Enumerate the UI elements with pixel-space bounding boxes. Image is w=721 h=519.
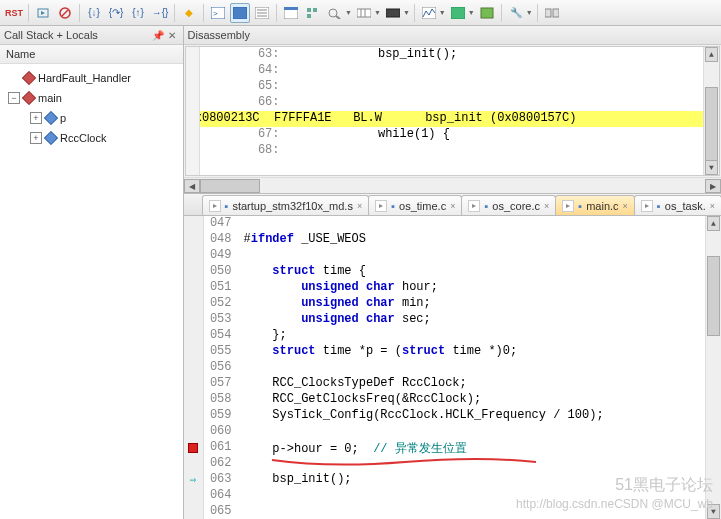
command-window-button[interactable]: >: [208, 3, 228, 23]
scroll-thumb[interactable]: [707, 256, 720, 336]
trace-window-button[interactable]: [448, 3, 468, 23]
dropdown-icon[interactable]: ▼: [403, 9, 410, 16]
code-line[interactable]: 057 RCC_ClocksTypeDef RccClock;: [184, 376, 721, 392]
memory-window-button[interactable]: [354, 3, 374, 23]
scroll-thumb[interactable]: [200, 179, 260, 193]
tab-close-icon[interactable]: ×: [357, 201, 362, 211]
editor-tab[interactable]: ▸▪startup_stm32f10x_md.s×: [202, 195, 370, 215]
tab-label: main.c: [586, 200, 618, 212]
code-line[interactable]: 056: [184, 360, 721, 376]
show-next-button[interactable]: ◆: [179, 3, 199, 23]
code-editor[interactable]: 047048#ifndef _USE_WEOS049050 struct tim…: [184, 216, 721, 519]
tab-toggle-icon[interactable]: ▸: [562, 200, 574, 212]
editor-tab[interactable]: ▸▪os_core.c×: [461, 195, 556, 215]
horizontal-scrollbar[interactable]: ◀ ▶: [184, 177, 721, 193]
code-line[interactable]: 053 unsigned char sec;: [184, 312, 721, 328]
system-viewer-button[interactable]: [477, 3, 497, 23]
code-line[interactable]: 059 SysTick_Config(RccClock.HCLK_Frequen…: [184, 408, 721, 424]
scroll-up-icon[interactable]: ▲: [707, 216, 720, 231]
step-out-button[interactable]: {↑}: [128, 3, 148, 23]
tree-node-hardfault[interactable]: HardFault_Handler: [2, 68, 181, 88]
collapse-icon[interactable]: −: [8, 92, 20, 104]
separator: [501, 4, 502, 22]
tree-node-main[interactable]: − main: [2, 88, 181, 108]
tab-toggle-icon[interactable]: ▸: [468, 200, 480, 212]
run-to-cursor-button[interactable]: →{}: [150, 3, 170, 23]
debug-views-button[interactable]: [542, 3, 562, 23]
tab-toggle-icon[interactable]: ▸: [209, 200, 221, 212]
watch-window-button[interactable]: [325, 3, 345, 23]
symbols-window-button[interactable]: [252, 3, 272, 23]
disasm-line[interactable]: 64:: [186, 63, 719, 79]
expand-icon[interactable]: +: [30, 112, 42, 124]
code-line[interactable]: 049: [184, 248, 721, 264]
code-line[interactable]: 064: [184, 488, 721, 504]
registers-window-button[interactable]: [281, 3, 301, 23]
column-header[interactable]: Name: [0, 45, 183, 64]
code-line[interactable]: 065: [184, 504, 721, 519]
stop-button[interactable]: [55, 3, 75, 23]
step-in-button[interactable]: {↓}: [84, 3, 104, 23]
tab-close-icon[interactable]: ×: [623, 201, 628, 211]
tree-node-p[interactable]: + p: [2, 108, 181, 128]
tab-close-icon[interactable]: ×: [544, 201, 549, 211]
separator: [79, 4, 80, 22]
pin-icon[interactable]: 📌: [151, 28, 165, 42]
run-button[interactable]: [33, 3, 53, 23]
analysis-window-button[interactable]: [419, 3, 439, 23]
editor-tab[interactable]: ▸▪os_task.×: [634, 195, 721, 215]
code-line[interactable]: 060: [184, 424, 721, 440]
tab-toggle-icon[interactable]: ▸: [641, 200, 653, 212]
code-line[interactable]: 061 p->hour = 0; // 异常发生位置: [184, 440, 721, 456]
scroll-right-icon[interactable]: ▶: [705, 179, 721, 193]
dropdown-icon[interactable]: ▼: [439, 9, 446, 16]
scroll-left-icon[interactable]: ◀: [184, 179, 200, 193]
code-line[interactable]: 050 struct time {: [184, 264, 721, 280]
disasm-line[interactable]: 63: bsp_init();: [186, 47, 719, 63]
disasm-line[interactable]: 68:: [186, 143, 719, 159]
scroll-down-icon[interactable]: ▼: [705, 160, 718, 175]
dropdown-icon[interactable]: ▼: [374, 9, 381, 16]
code-line[interactable]: 048#ifndef _USE_WEOS: [184, 232, 721, 248]
toolbox-button[interactable]: 🔧: [506, 3, 526, 23]
disassembly-view[interactable]: 63: bsp_init();64:65:66:0x0800213C F7FFF…: [185, 46, 720, 176]
editor-tab[interactable]: ▸▪main.c×: [555, 195, 635, 215]
dropdown-icon[interactable]: ▼: [345, 9, 352, 16]
scroll-up-icon[interactable]: ▲: [705, 47, 718, 62]
tab-close-icon[interactable]: ×: [710, 201, 715, 211]
callstack-locals-panel: Call Stack + Locals 📌 ✕ Name HardFault_H…: [0, 26, 184, 519]
editor-tab[interactable]: ▸▪os_time.c×: [368, 195, 462, 215]
scroll-down-icon[interactable]: ▼: [707, 504, 720, 519]
disasm-line[interactable]: 67: while(1) {: [186, 127, 719, 143]
code-line[interactable]: 055 struct time *p = (struct time *)0;: [184, 344, 721, 360]
code-line[interactable]: 054 };: [184, 328, 721, 344]
tab-toggle-icon[interactable]: ▸: [375, 200, 387, 212]
breakpoint-icon[interactable]: [188, 443, 198, 453]
reset-button[interactable]: RST: [4, 3, 24, 23]
tree-node-rccclock[interactable]: + RccClock: [2, 128, 181, 148]
function-icon: [22, 91, 36, 105]
dropdown-icon[interactable]: ▼: [468, 9, 475, 16]
tree-view[interactable]: HardFault_Handler − main + p + RccClock: [0, 64, 183, 519]
disasm-line[interactable]: 66:: [186, 95, 719, 111]
code-line[interactable]: 062: [184, 456, 721, 472]
disasm-line[interactable]: 65:: [186, 79, 719, 95]
expand-icon[interactable]: +: [30, 132, 42, 144]
close-icon[interactable]: ✕: [165, 28, 179, 42]
disasm-line[interactable]: 0x0800213C F7FFFA1E BL.W bsp_init (0x080…: [186, 111, 719, 127]
code-line[interactable]: 058 RCC_GetClocksFreq(&RccClock);: [184, 392, 721, 408]
disasm-window-button[interactable]: [230, 3, 250, 23]
code-line[interactable]: 052 unsigned char min;: [184, 296, 721, 312]
dropdown-icon[interactable]: ▼: [526, 9, 533, 16]
code-line[interactable]: 051 unsigned char hour;: [184, 280, 721, 296]
vertical-scrollbar[interactable]: ▲ ▼: [703, 47, 719, 175]
code-line[interactable]: ⇨063 bsp_init();: [184, 472, 721, 488]
vertical-scrollbar[interactable]: ▲ ▼: [705, 216, 721, 519]
code-line[interactable]: 047: [184, 216, 721, 232]
callstack-window-button[interactable]: [303, 3, 323, 23]
serial-window-button[interactable]: [383, 3, 403, 23]
step-over-button[interactable]: {↷}: [106, 3, 126, 23]
tab-close-icon[interactable]: ×: [450, 201, 455, 211]
scroll-thumb[interactable]: [705, 87, 718, 167]
separator: [203, 4, 204, 22]
